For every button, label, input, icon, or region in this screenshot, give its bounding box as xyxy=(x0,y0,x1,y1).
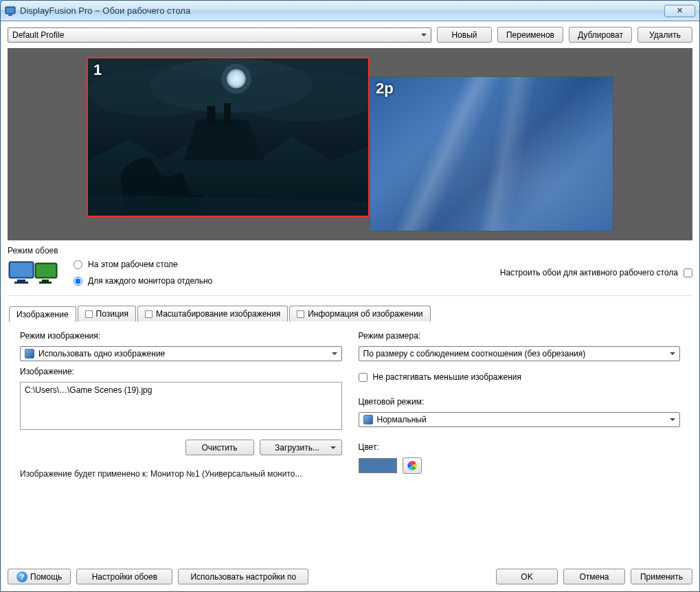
monitor-2[interactable]: 2р xyxy=(370,76,613,231)
wallpaper-mode-title: Режим обоев xyxy=(8,246,692,255)
color-mode-icon xyxy=(363,415,373,424)
cancel-button[interactable]: Отмена xyxy=(563,569,625,584)
svg-rect-16 xyxy=(36,264,56,277)
image-mode-label: Режим изображения: xyxy=(20,331,342,341)
mini-monitor-green-icon xyxy=(34,260,64,285)
left-column: Режим изображения: Использовать одно изо… xyxy=(20,331,342,549)
help-icon: ? xyxy=(16,571,27,582)
tab-info-label: Информация об изображении xyxy=(308,309,422,319)
use-defaults-button[interactable]: Использовать настройки по xyxy=(178,569,308,584)
separator xyxy=(8,295,692,296)
radio-this-desktop[interactable]: На этом рабочем столе xyxy=(74,260,212,269)
profile-select[interactable]: Default Profile xyxy=(8,27,431,43)
svg-rect-14 xyxy=(14,282,28,284)
right-column: Режим размера: По размеру с соблюдением … xyxy=(359,331,681,549)
close-icon: ✕ xyxy=(677,6,683,15)
applied-to-info: Изображение будет применено к: Монитор №… xyxy=(20,469,342,479)
radio-this-desktop-label: На этом рабочем столе xyxy=(88,260,178,269)
svg-rect-1 xyxy=(6,8,14,13)
color-mode-label: Цветовой режим: xyxy=(359,397,681,407)
tab-strip: Изображение Позиция Масштабирование изоб… xyxy=(8,306,692,321)
app-window: DisplayFusion Pro ~ Обои рабочего стола … xyxy=(0,0,700,592)
svg-point-5 xyxy=(88,69,224,116)
wallpaper-mode-group: Режим обоев На этом рабочем столе xyxy=(8,246,692,286)
svg-rect-9 xyxy=(207,106,215,125)
checkbox-icon xyxy=(297,310,304,318)
svg-point-8 xyxy=(221,64,251,94)
ok-button[interactable]: OK xyxy=(496,569,558,584)
check-active-desktop-input[interactable] xyxy=(684,269,692,277)
monitor-1-label: 1 xyxy=(93,61,102,79)
rename-button[interactable]: Переименов xyxy=(497,27,563,43)
no-stretch-label: Не растягивать меньшие изображения xyxy=(373,372,521,382)
image-path-box[interactable]: C:\Users\…\Game Scenes (19).jpg xyxy=(20,382,342,430)
tab-position[interactable]: Позиция xyxy=(78,306,136,321)
tabs: Изображение Позиция Масштабирование изоб… xyxy=(8,306,692,559)
color-mode-value: Нормальный xyxy=(377,415,427,424)
svg-rect-10 xyxy=(224,103,231,125)
radio-this-desktop-input[interactable] xyxy=(74,260,82,269)
load-button-label: Загрузить... xyxy=(275,443,319,453)
tab-info[interactable]: Информация об изображении xyxy=(289,306,430,321)
mode-illustration xyxy=(8,260,64,285)
titlebar: DisplayFusion Pro ~ Обои рабочего стола … xyxy=(1,1,699,21)
monitor-1[interactable]: 1 xyxy=(87,57,370,217)
monitor-2-label: 2р xyxy=(376,80,394,98)
footer: ?Помощь Настройки обоев Использовать нас… xyxy=(8,565,692,584)
tab-position-label: Позиция xyxy=(96,309,128,319)
tab-image-label: Изображение xyxy=(16,310,69,319)
size-mode-value: По размеру с соблюдением соотношения (бе… xyxy=(363,349,586,358)
radio-per-monitor-input[interactable] xyxy=(74,277,82,286)
help-button-label: Помощь xyxy=(30,572,62,582)
no-stretch-check[interactable]: Не растягивать меньшие изображения xyxy=(359,372,681,382)
checkbox-icon xyxy=(85,310,93,318)
color-picker-button[interactable] xyxy=(403,457,422,474)
tab-scaling-label: Масштабирование изображения xyxy=(156,309,280,319)
monitor-preview: 1 2р xyxy=(8,48,692,240)
apply-button[interactable]: Применить xyxy=(631,569,692,584)
image-mode-select[interactable]: Использовать одно изображение xyxy=(20,346,342,361)
image-label: Изображение: xyxy=(20,367,342,376)
monitor-1-wallpaper xyxy=(88,58,368,217)
color-wheel-icon xyxy=(407,460,418,471)
checkbox-icon xyxy=(145,310,153,318)
tab-content: Режим изображения: Использовать одно изо… xyxy=(8,321,692,559)
color-swatch[interactable] xyxy=(359,458,397,473)
window-title: DisplayFusion Pro ~ Обои рабочего стола xyxy=(20,5,664,16)
size-mode-select[interactable]: По размеру с соблюдением соотношения (бе… xyxy=(359,346,681,361)
profile-row: Default Profile Новый Переименов Дублиро… xyxy=(8,27,692,43)
delete-button[interactable]: Удалить xyxy=(637,27,692,43)
svg-rect-12 xyxy=(10,263,32,277)
color-mode-select[interactable]: Нормальный xyxy=(359,412,681,427)
close-button[interactable]: ✕ xyxy=(664,5,695,17)
tab-image[interactable]: Изображение xyxy=(9,306,76,322)
size-mode-label: Режим размера: xyxy=(359,331,681,341)
tab-scaling[interactable]: Масштабирование изображения xyxy=(137,306,288,321)
no-stretch-input[interactable] xyxy=(359,373,368,382)
image-mode-value: Использовать одно изображение xyxy=(38,349,165,358)
image-mode-icon xyxy=(25,349,34,358)
load-button[interactable]: Загрузить... xyxy=(260,440,342,455)
help-button[interactable]: ?Помощь xyxy=(8,569,71,584)
app-icon xyxy=(5,5,16,16)
check-active-desktop[interactable]: Настроить обои для активного рабочего ст… xyxy=(500,268,692,277)
new-button[interactable]: Новый xyxy=(437,27,492,43)
color-label: Цвет: xyxy=(359,442,681,452)
radio-per-monitor[interactable]: Для каждого монитора отдельно xyxy=(74,276,212,286)
profile-select-value: Default Profile xyxy=(12,30,64,40)
image-path-value: C:\Users\…\Game Scenes (19).jpg xyxy=(25,385,152,395)
duplicate-button[interactable]: Дублироват xyxy=(569,27,632,43)
check-active-desktop-label: Настроить обои для активного рабочего ст… xyxy=(500,268,678,277)
content-area: Default Profile Новый Переименов Дублиро… xyxy=(1,21,699,591)
clear-button[interactable]: Очистить xyxy=(185,440,254,455)
svg-rect-2 xyxy=(8,14,12,16)
radio-per-monitor-label: Для каждого монитора отдельно xyxy=(88,276,212,286)
svg-rect-17 xyxy=(42,280,49,282)
svg-rect-18 xyxy=(39,282,52,284)
wallpaper-settings-button[interactable]: Настройки обоев xyxy=(76,569,172,584)
svg-rect-13 xyxy=(17,280,25,282)
